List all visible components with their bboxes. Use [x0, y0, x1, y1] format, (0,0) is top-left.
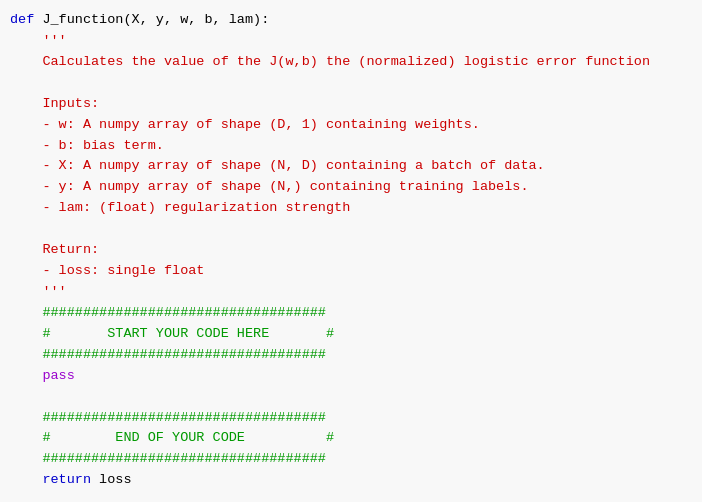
- line-3: Calculates the value of the J(w,b) the (…: [10, 52, 702, 73]
- docstring-return: Return:: [10, 242, 99, 257]
- line-14: ''': [10, 282, 702, 303]
- line-13: - loss: single float: [10, 261, 702, 282]
- docstring-lam: - lam: (float) regularization strength: [10, 200, 350, 215]
- line-9: - y: A numpy array of shape (N,) contain…: [10, 177, 702, 198]
- docstring-y: - y: A numpy array of shape (N,) contain…: [10, 179, 528, 194]
- line-16: # START YOUR CODE HERE #: [10, 324, 702, 345]
- line-2: ''': [10, 31, 702, 52]
- return-value: loss: [91, 472, 132, 487]
- hash-comment-end: # END OF YOUR CODE #: [10, 430, 334, 445]
- line-20: ###################################: [10, 408, 702, 429]
- line-22: ###################################: [10, 449, 702, 470]
- triple-quote-open: ''': [10, 33, 67, 48]
- docstring-x: - X: A numpy array of shape (N, D) conta…: [10, 158, 545, 173]
- docstring-loss: - loss: single float: [10, 263, 204, 278]
- line-7: - b: bias term.: [10, 136, 702, 157]
- line-19: [10, 387, 702, 408]
- code-block: def J_function(X, y, w, b, lam): ''' Cal…: [0, 0, 702, 502]
- line-12: Return:: [10, 240, 702, 261]
- line-6: - w: A numpy array of shape (D, 1) conta…: [10, 115, 702, 136]
- line-18: pass: [10, 366, 702, 387]
- line-15: ###################################: [10, 303, 702, 324]
- line-10: - lam: (float) regularization strength: [10, 198, 702, 219]
- docstring-b: - b: bias term.: [10, 138, 164, 153]
- line-21: # END OF YOUR CODE #: [10, 428, 702, 449]
- line-1: def J_function(X, y, w, b, lam):: [10, 10, 702, 31]
- docstring-1: Calculates the value of the J(w,b) the (…: [10, 54, 650, 69]
- function-signature: J_function(X, y, w, b, lam):: [34, 12, 269, 27]
- docstring-w: - w: A numpy array of shape (D, 1) conta…: [10, 117, 480, 132]
- line-8: - X: A numpy array of shape (N, D) conta…: [10, 156, 702, 177]
- hash-line-3: ###################################: [10, 410, 326, 425]
- keyword-return: return: [10, 472, 91, 487]
- keyword-pass: pass: [10, 368, 75, 383]
- line-17: ###################################: [10, 345, 702, 366]
- line-4: [10, 73, 702, 94]
- line-5: Inputs:: [10, 94, 702, 115]
- keyword-def: def: [10, 12, 34, 27]
- hash-line-1: ###################################: [10, 305, 326, 320]
- docstring-inputs: Inputs:: [10, 96, 99, 111]
- hash-line-2: ###################################: [10, 347, 326, 362]
- triple-quote-close: ''': [10, 284, 67, 299]
- line-11: [10, 219, 702, 240]
- hash-comment-start: # START YOUR CODE HERE #: [10, 326, 334, 341]
- line-23: return loss: [10, 470, 702, 491]
- hash-line-4: ###################################: [10, 451, 326, 466]
